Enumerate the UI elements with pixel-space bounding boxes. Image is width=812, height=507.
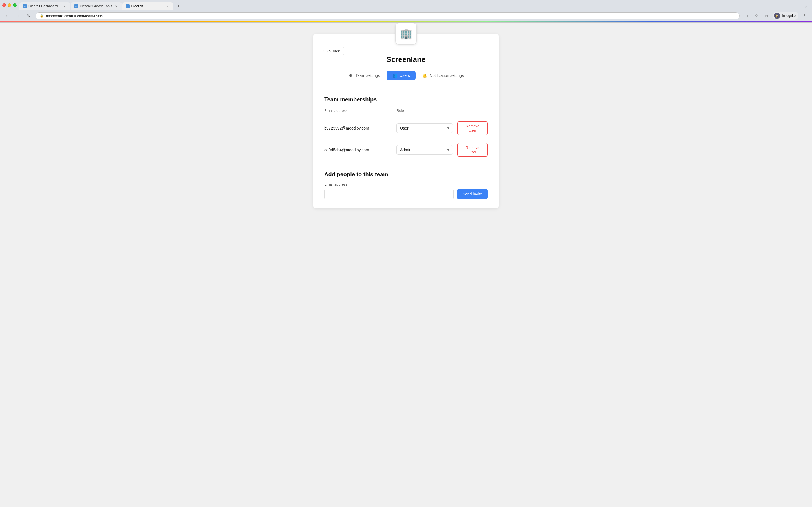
tab-title-2: Clearbit Growth Tools	[80, 4, 112, 8]
team-memberships-title: Team memberships	[324, 96, 488, 103]
user-row: da0d5ab4@moodjoy.com User Admin Owner ▼ …	[324, 139, 488, 161]
invite-row: Send invite	[324, 189, 488, 200]
settings-icon: ⚙	[348, 73, 353, 78]
incognito-avatar: 🕵	[774, 13, 780, 19]
traffic-lights	[2, 3, 17, 9]
back-arrow-icon: ‹	[323, 49, 324, 53]
reload-button[interactable]: ↻	[25, 12, 33, 20]
role-select-1[interactable]: User Admin Owner	[396, 123, 453, 133]
table-headers: Email address Role	[324, 108, 488, 115]
email-address-label: Email address	[324, 182, 488, 186]
tab-favicon-1: C	[23, 4, 27, 8]
browser-actions: ⊟ ☆ ⊡ 🕵 Incognito ⋮	[742, 12, 809, 20]
company-name: Screenlane	[324, 55, 488, 64]
menu-button[interactable]: ⋮	[801, 12, 809, 20]
tab-favicon-3: C	[126, 4, 130, 8]
url-bar[interactable]: 🔒 dashboard.clearbit.com/team/users	[36, 12, 740, 19]
col-email-header: Email address	[324, 108, 392, 113]
card-container: ‹ Go Back 🏢 Screenlane ⚙ Team settings	[313, 34, 499, 496]
address-bar: ← → ↻ 🔒 dashboard.clearbit.com/team/user…	[0, 10, 812, 21]
page-content: ‹ Go Back 🏢 Screenlane ⚙ Team settings	[0, 22, 812, 507]
bookmark-button[interactable]: ☆	[753, 12, 760, 20]
browser-tab-2[interactable]: C Clearbit Growth Tools ✕	[71, 2, 122, 10]
user-email-1: b5723992@moodjoy.com	[324, 126, 392, 130]
remove-user-button-2[interactable]: Remove User	[457, 143, 488, 157]
users-icon: 👥	[392, 73, 397, 78]
close-window-button[interactable]	[2, 3, 6, 7]
section-divider	[324, 163, 488, 163]
tab-close-1[interactable]: ✕	[62, 4, 67, 8]
role-select-wrapper-1: User Admin Owner ▼	[396, 123, 453, 133]
tab-users-label: Users	[400, 73, 410, 78]
bell-icon: 🔔	[422, 73, 427, 78]
tab-team-settings[interactable]: ⚙ Team settings	[343, 71, 386, 80]
browser-chrome: C Clearbit Dashboard ✕ C Clearbit Growth…	[0, 0, 812, 22]
company-logo-wrapper: 🏢	[395, 23, 417, 45]
tabs-nav: ⚙ Team settings 👥 Users 🔔 Notification s…	[313, 71, 499, 87]
tab-notification-settings-label: Notification settings	[430, 73, 464, 78]
remove-user-button-1[interactable]: Remove User	[457, 121, 488, 135]
tab-favicon-2: C	[74, 4, 78, 8]
tab-bar: C Clearbit Dashboard ✕ C Clearbit Growth…	[0, 0, 812, 10]
tab-users[interactable]: 👥 Users	[387, 71, 416, 80]
profile-button[interactable]: ⊡	[763, 12, 770, 20]
browser-tab-1[interactable]: C Clearbit Dashboard ✕	[19, 2, 70, 10]
new-tab-button[interactable]: +	[175, 2, 183, 10]
add-people-title: Add people to this team	[324, 171, 488, 178]
tab-title-3: Clearbit	[132, 4, 163, 8]
role-select-wrapper-2: User Admin Owner ▼	[396, 145, 453, 155]
tab-close-3[interactable]: ✕	[165, 4, 170, 8]
minimize-window-button[interactable]	[8, 3, 11, 7]
incognito-label: Incognito	[782, 14, 796, 18]
card-body: Team memberships Email address Role b572…	[313, 87, 499, 209]
user-row: b5723992@moodjoy.com User Admin Owner ▼ …	[324, 117, 488, 139]
building-icon: 🏢	[400, 28, 412, 40]
url-text: dashboard.clearbit.com/team/users	[46, 14, 735, 18]
role-select-2[interactable]: User Admin Owner	[396, 145, 453, 155]
tab-team-settings-label: Team settings	[356, 73, 380, 78]
lock-icon: 🔒	[40, 14, 44, 18]
col-role-header: Role	[396, 108, 453, 113]
cast-button[interactable]: ⊟	[742, 12, 750, 20]
main-card: Screenlane ⚙ Team settings 👥 Users 🔔 Not…	[313, 34, 499, 209]
rainbow-bar	[0, 21, 812, 22]
forward-button[interactable]: →	[14, 12, 22, 20]
tab-title-1: Clearbit Dashboard	[29, 4, 61, 8]
tab-menu-button[interactable]: ⌄	[802, 2, 810, 10]
incognito-button[interactable]: 🕵 Incognito	[773, 12, 799, 20]
send-invite-button[interactable]: Send invite	[457, 189, 488, 199]
maximize-window-button[interactable]	[13, 3, 17, 7]
browser-tab-3[interactable]: C Clearbit ✕	[122, 2, 173, 10]
tab-notification-settings[interactable]: 🔔 Notification settings	[417, 71, 469, 80]
email-input[interactable]	[324, 189, 454, 200]
tab-close-2[interactable]: ✕	[114, 4, 118, 8]
go-back-label: Go Back	[326, 49, 340, 53]
company-logo: 🏢	[395, 23, 417, 45]
back-button[interactable]: ←	[3, 12, 11, 20]
go-back-button[interactable]: ‹ Go Back	[319, 47, 344, 55]
user-email-2: da0d5ab4@moodjoy.com	[324, 148, 392, 152]
